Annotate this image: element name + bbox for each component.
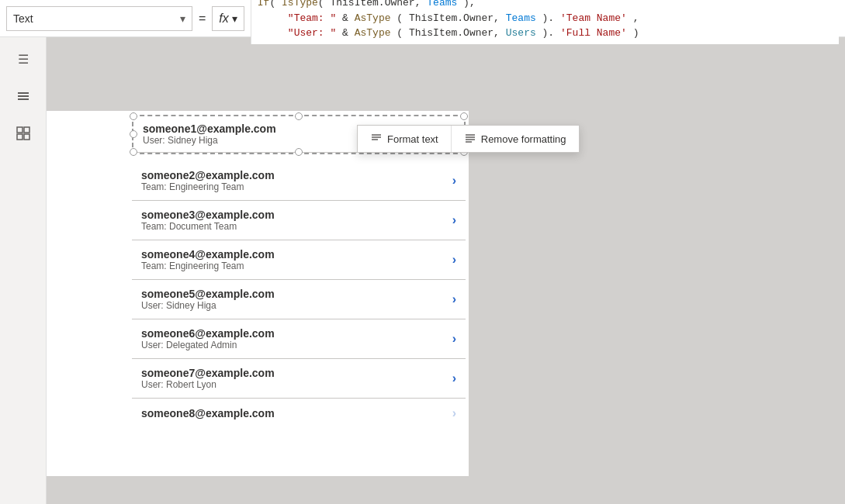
formula-line-3: "User: " & AsType ( ThisItem.Owner, User… [258, 26, 833, 41]
format-text-icon [370, 132, 383, 147]
svg-rect-4 [24, 127, 29, 133]
item-sublabel: Team: Engineering Team [141, 181, 452, 192]
formula-line-2: "Team: " & AsType ( ThisItem.Owner, Team… [258, 11, 833, 26]
chevron-right-icon: › [452, 213, 456, 227]
top-bar: Text ▾ = fx ▾ If( IsType( ThisItem.Owner… [0, 0, 845, 37]
formula-line-1: If( IsType( ThisItem.Owner, Teams ), [258, 0, 833, 11]
main-area: ☰ [0, 37, 845, 504]
item-email: someone2@example.com [141, 169, 452, 181]
remove-formatting-icon [464, 132, 476, 147]
format-text-button[interactable]: Format text [358, 126, 452, 152]
fx-button[interactable]: fx ▾ [212, 6, 244, 31]
item-text: someone7@example.com User: Robert Lyon [141, 367, 452, 390]
item-text: someone3@example.com Team: Document Team [141, 209, 452, 232]
format-toolbar: Format text Remove formatting [357, 125, 580, 153]
formula-bar[interactable]: If( IsType( ThisItem.Owner, Teams ), "Te… [251, 0, 839, 44]
item-email: someone4@example.com [141, 248, 452, 261]
list-item[interactable]: someone4@example.com Team: Engineering T… [132, 240, 466, 280]
resize-handle-bl[interactable] [130, 148, 137, 156]
item-email: someone8@example.com [141, 407, 452, 419]
chevron-down-icon: ▾ [180, 12, 185, 25]
fx-chevron: ▾ [232, 12, 237, 25]
item-email: someone3@example.com [141, 209, 452, 221]
sidebar-icon-layers[interactable] [11, 84, 36, 109]
chevron-right-icon: › [452, 406, 456, 420]
item-email: someone7@example.com [141, 367, 452, 379]
item-text: someone8@example.com [141, 407, 452, 419]
list-item[interactable]: someone5@example.com User: Sidney Higa › [132, 280, 466, 319]
item-text: someone5@example.com User: Sidney Higa [141, 288, 452, 311]
format-text-label: Format text [387, 133, 438, 145]
chevron-right-icon: › [452, 292, 456, 306]
list-item[interactable]: someone3@example.com Team: Document Team… [132, 201, 466, 240]
resize-handle-bm[interactable] [295, 148, 303, 156]
list-item[interactable]: someone7@example.com User: Robert Lyon › [132, 359, 466, 399]
item-email: someone6@example.com [141, 327, 452, 340]
item-text: someone4@example.com Team: Engineering T… [141, 248, 452, 271]
svg-rect-3 [17, 127, 23, 133]
svg-rect-2 [18, 98, 29, 100]
item-text: someone6@example.com User: Delegated Adm… [141, 327, 452, 350]
remove-formatting-label: Remove formatting [481, 133, 566, 145]
equals-sign: = [199, 12, 206, 26]
resize-handle-tl[interactable] [130, 112, 137, 120]
resize-handle-tr[interactable] [460, 112, 468, 120]
resize-handle-tm[interactable] [295, 112, 303, 120]
resize-handle-ml[interactable] [130, 130, 137, 138]
gray-right-overlay [469, 37, 845, 504]
canvas-area: Format text Remove formatting someone1@e… [47, 37, 845, 504]
left-sidebar: ☰ [0, 37, 47, 504]
svg-rect-1 [18, 95, 29, 97]
item-email: someone5@example.com [141, 288, 452, 300]
chevron-right-icon: › [452, 371, 456, 385]
text-dropdown[interactable]: Text ▾ [6, 6, 192, 31]
chevron-right-icon: › [452, 332, 456, 346]
sidebar-icon-menu[interactable]: ☰ [11, 47, 36, 71]
svg-rect-0 [18, 92, 29, 94]
list-item[interactable]: someone8@example.com › [132, 399, 466, 428]
item-sublabel: User: Robert Lyon [141, 379, 452, 390]
gray-bottom-overlay [47, 476, 845, 504]
item-sublabel: Team: Engineering Team [141, 261, 452, 271]
svg-rect-5 [17, 134, 23, 140]
remove-formatting-button[interactable]: Remove formatting [452, 126, 579, 152]
chevron-right-icon: › [452, 174, 456, 188]
list-item[interactable]: someone6@example.com User: Delegated Adm… [132, 319, 466, 359]
fx-icon: fx [219, 12, 228, 26]
sidebar-icon-components[interactable] [11, 121, 36, 146]
chevron-right-icon: › [452, 253, 456, 267]
list-item[interactable]: someone2@example.com Team: Engineering T… [132, 161, 466, 201]
item-sublabel: User: Sidney Higa [141, 300, 452, 311]
svg-rect-6 [24, 134, 29, 140]
item-sublabel: User: Delegated Admin [141, 340, 452, 350]
item-text: someone2@example.com Team: Engineering T… [141, 169, 452, 192]
dropdown-label: Text [13, 12, 33, 25]
list-section: someone2@example.com Team: Engineering T… [132, 161, 466, 428]
item-sublabel: Team: Document Team [141, 221, 452, 232]
